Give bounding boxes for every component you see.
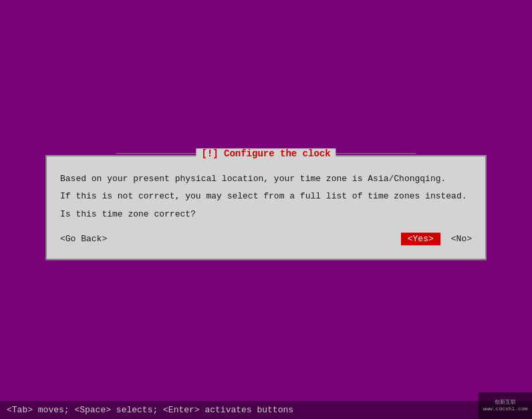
title-line-right xyxy=(336,153,416,154)
dialog-line2: If this is not correct, you may select f… xyxy=(60,190,472,204)
dialog-line3: Is this time zone correct? xyxy=(60,208,472,222)
yes-button[interactable]: <Yes> xyxy=(401,233,440,245)
status-bar: <Tab> moves; <Space> selects; <Enter> ac… xyxy=(0,401,532,419)
dialog-title: [!] Configure the clock xyxy=(196,148,336,159)
dialog-title-bar: [!] Configure the clock xyxy=(116,148,416,159)
dialog-buttons: <Go Back> <Yes> <No> xyxy=(60,233,472,245)
dialog-overlay: [!] Configure the clock Based on your pr… xyxy=(45,155,487,260)
title-line-left xyxy=(116,153,196,154)
watermark: 创新互联 www.cdcxhl.com xyxy=(479,392,532,419)
watermark-text: 创新互联 www.cdcxhl.com xyxy=(483,399,527,413)
no-button[interactable]: <No> xyxy=(451,234,472,244)
dialog-box: [!] Configure the clock Based on your pr… xyxy=(45,155,487,260)
go-back-button[interactable]: <Go Back> xyxy=(60,234,107,244)
desktop-background: [!] Configure the clock Based on your pr… xyxy=(0,0,532,419)
status-bar-text: <Tab> moves; <Space> selects; <Enter> ac… xyxy=(7,405,293,415)
dialog-content: Based on your present physical location,… xyxy=(60,167,472,245)
dialog-line1: Based on your present physical location,… xyxy=(60,172,472,186)
